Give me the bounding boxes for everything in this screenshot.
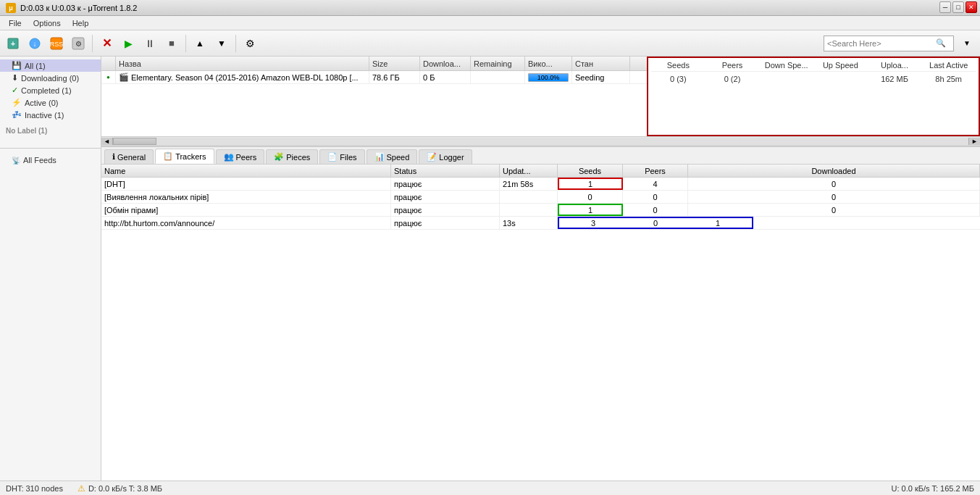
add-url-button[interactable]: ↓ xyxy=(25,33,45,54)
torrent-size-cell: 78.6 ГБ xyxy=(369,71,420,83)
torrent-downloaded-cell: 0 Б xyxy=(420,71,471,83)
tracker-row-local-peers[interactable]: [Виявлення локальних пірів] працює 0 0 0 xyxy=(101,191,980,204)
torrent-status-cell: Seeding xyxy=(572,71,630,83)
sidebar-item-all[interactable]: 💾 All (1) xyxy=(0,59,101,72)
info-lastactive-val: 8h 25m xyxy=(921,75,976,83)
tracker-col-seeds[interactable]: Seeds xyxy=(558,165,623,177)
separator-3 xyxy=(235,35,236,52)
menu-file[interactable]: File xyxy=(3,17,28,29)
add-torrent-button[interactable]: + xyxy=(3,33,23,54)
sidebar-item-feeds[interactable]: 📡 All Feeds xyxy=(0,154,101,166)
scroll-right-btn[interactable]: ► xyxy=(968,138,980,145)
maximize-button[interactable]: □ xyxy=(952,1,964,13)
col-status[interactable]: Стан xyxy=(572,57,630,70)
peers-icon: 👥 xyxy=(224,152,234,162)
col-remaining[interactable]: Remaining xyxy=(471,57,525,70)
col-to[interactable] xyxy=(101,57,116,70)
warning-icon: ⚠ xyxy=(78,483,85,494)
torrent-table-area: Назва Size Downloa... Remaining Вико... xyxy=(101,57,647,136)
tracker-column-headers: Name Status Updat... Seeds Peers xyxy=(101,165,980,178)
info-uploaded-val: 162 МБ xyxy=(868,75,922,83)
torrent-remaining-cell xyxy=(471,71,525,83)
horizontal-scrollbar[interactable]: ◄ ► xyxy=(101,136,980,146)
sidebar-item-downloading[interactable]: ⬇ Downloading (0) xyxy=(0,72,101,84)
torrent-column-headers: Назва Size Downloa... Remaining Вико... xyxy=(101,57,647,71)
search-box[interactable]: 🔍 xyxy=(824,36,954,51)
downloading-icon: ⬇ xyxy=(12,73,18,83)
info-box: Seeds Peers Down Spe... Up Speed Uploa..… xyxy=(647,57,980,136)
info-box-headers: Seeds Peers Down Spe... Up Speed Uploa..… xyxy=(651,61,976,72)
speed-icon: 📊 xyxy=(374,152,385,162)
move-down-button[interactable]: ▼ xyxy=(212,33,232,54)
pause-button[interactable]: ⏸ xyxy=(140,33,160,54)
tab-general[interactable]: ℹ General xyxy=(104,149,154,164)
info-seeds-val: 0 (3) xyxy=(651,75,705,83)
stop-button[interactable]: ■ xyxy=(162,33,182,54)
menu-help[interactable]: Help xyxy=(67,17,95,29)
torrent-name: Elementary. Season 04 (2015-2016) Amazon… xyxy=(131,73,359,82)
tab-speed[interactable]: 📊 Speed xyxy=(367,149,418,164)
tracker-col-update[interactable]: Updat... xyxy=(500,165,558,177)
minimize-button[interactable]: ─ xyxy=(939,1,951,13)
sidebar-item-inactive[interactable]: 💤 Inactive (1) xyxy=(0,109,101,121)
tracker-col-peers[interactable]: Peers xyxy=(623,165,688,177)
tracker-row-hurtom[interactable]: http://bt.hurtom.com/announce/ працює 13… xyxy=(101,217,980,230)
info-peers-val: 0 (2) xyxy=(705,75,760,83)
status-dht: DHT: 310 nodes xyxy=(6,484,63,493)
tab-trackers[interactable]: 📋 Trackers xyxy=(155,149,214,164)
menu-options[interactable]: Options xyxy=(28,17,67,29)
completed-icon: ✓ xyxy=(12,86,18,95)
svg-text:⚙: ⚙ xyxy=(75,40,82,48)
scroll-left-btn[interactable]: ◄ xyxy=(101,138,113,145)
preferences-button[interactable]: ⚙ xyxy=(240,33,260,54)
progress-text: 100.0% xyxy=(529,74,568,81)
svg-text:+: + xyxy=(11,39,15,48)
logger-icon: 📝 xyxy=(427,152,437,162)
torrent-progress-cell: 100.0% xyxy=(525,71,572,83)
menu-bar: File Options Help xyxy=(0,16,980,30)
tab-pieces[interactable]: 🧩 Pieces xyxy=(266,149,318,164)
remove-button[interactable]: ✕ xyxy=(96,33,117,54)
move-up-button[interactable]: ▲ xyxy=(190,33,210,54)
tracker-row-peer-exchange[interactable]: [Обмін пірами] працює 1 0 0 xyxy=(101,204,980,217)
rss-button[interactable]: RSS xyxy=(46,33,67,54)
sidebar-item-active[interactable]: ⚡ Active (0) xyxy=(0,96,101,109)
tab-logger[interactable]: 📝 Logger xyxy=(419,149,472,164)
search-options-button[interactable]: ▼ xyxy=(957,33,977,54)
all-icon: 💾 xyxy=(12,61,22,70)
tracker-table: Name Status Updat... Seeds Peers xyxy=(101,165,980,481)
torrent-name-cell: 🎬 Elementary. Season 04 (2015-2016) Amaz… xyxy=(116,71,369,83)
info-col-downspeed: Down Spe... xyxy=(759,61,813,70)
info-upspeed-val xyxy=(813,75,868,83)
info-col-peers: Peers xyxy=(705,61,760,70)
sidebar-item-completed[interactable]: ✓ Completed (1) xyxy=(0,84,101,96)
tab-peers[interactable]: 👥 Peers xyxy=(216,149,265,164)
feeds-icon: 📡 xyxy=(12,157,20,165)
svg-text:RSS: RSS xyxy=(50,41,63,48)
tracker-col-name[interactable]: Name xyxy=(101,165,391,177)
files-icon: 📄 xyxy=(327,152,338,162)
title-text: D:0.03 к U:0.03 к - μTorrent 1.8.2 xyxy=(20,4,137,12)
scroll-thumb[interactable] xyxy=(113,138,156,145)
col-name[interactable]: Назва xyxy=(116,57,369,70)
torrent-row[interactable]: ● 🎬 Elementary. Season 04 (2015-2016) Am… xyxy=(101,71,647,84)
tracker-row-dht[interactable]: [DHT] працює 21m 58s 1 4 0 xyxy=(101,178,980,191)
start-button[interactable]: ▶ xyxy=(118,33,138,54)
col-downloaded[interactable]: Downloa... xyxy=(420,57,471,70)
label-section: No Label (1) xyxy=(0,121,101,136)
search-icon: 🔍 xyxy=(936,38,946,48)
content-area: Назва Size Downloa... Remaining Вико... xyxy=(101,57,980,481)
tracker-col-downloaded[interactable]: Downloaded xyxy=(688,165,980,177)
info-downspeed-val xyxy=(759,75,813,83)
info-col-upspeed: Up Speed xyxy=(813,61,868,70)
search-input[interactable] xyxy=(827,39,936,48)
tab-files[interactable]: 📄 Files xyxy=(319,149,364,164)
settings-button[interactable]: ⚙ xyxy=(68,33,88,54)
info-values: 0 (3) 0 (2) 162 МБ 8h 25m xyxy=(651,75,976,83)
close-button[interactable]: ✕ xyxy=(966,1,977,13)
separator-2 xyxy=(185,35,186,52)
col-size[interactable]: Size xyxy=(369,57,420,70)
main-layout: 💾 All (1) ⬇ Downloading (0) ✓ Completed … xyxy=(0,57,980,481)
tracker-col-status[interactable]: Status xyxy=(391,165,500,177)
col-viko[interactable]: Вико... xyxy=(525,57,572,70)
